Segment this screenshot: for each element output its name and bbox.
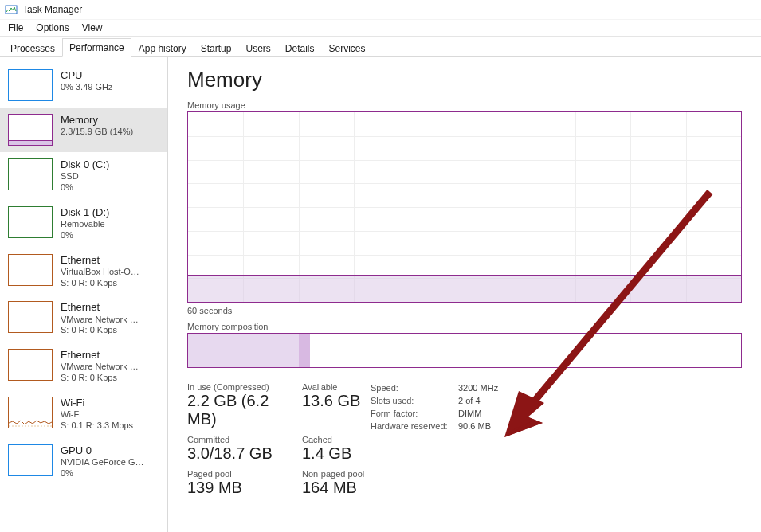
net-mini-chart bbox=[8, 349, 53, 381]
stat-label: Non-paged pool bbox=[302, 469, 364, 479]
memory-mini-chart bbox=[8, 114, 53, 146]
sidebar-sub: 0% bbox=[61, 468, 144, 479]
stat-value: 164 MB bbox=[302, 479, 364, 497]
tab-users[interactable]: Users bbox=[238, 39, 277, 57]
sidebar-item-cpu[interactable]: CPU 0% 3.49 GHz bbox=[0, 63, 167, 108]
stats-area: In use (Compressed) 2.2 GB (6.2 MB) Avai… bbox=[187, 382, 742, 503]
kv-key: Form factor: bbox=[371, 408, 458, 421]
composition-label: Memory composition bbox=[187, 322, 742, 331]
tab-processes[interactable]: Processes bbox=[3, 39, 62, 57]
app-title: Task Manager bbox=[22, 4, 82, 15]
sidebar-item-ethernet-0[interactable]: Ethernet VirtualBox Host-O… S: 0 R: 0 Kb… bbox=[0, 248, 167, 295]
disk-mini-chart bbox=[8, 158, 53, 190]
wifi-mini-chart bbox=[8, 397, 53, 428]
net-mini-chart bbox=[8, 301, 53, 333]
sidebar-sub: Removable bbox=[61, 219, 109, 230]
stat-label: Committed bbox=[187, 435, 283, 444]
stat-value: 3.0/18.7 GB bbox=[187, 444, 283, 463]
sidebar-item-wifi[interactable]: Wi-Fi Wi-Fi S: 0.1 R: 3.3 Mbps bbox=[0, 390, 167, 438]
cpu-mini-chart bbox=[8, 69, 53, 101]
stat-label: Paged pool bbox=[187, 469, 283, 479]
detail-panel: Memory Memory usage 60 seconds Memory co… bbox=[168, 57, 761, 532]
menu-options[interactable]: Options bbox=[29, 21, 75, 35]
tab-startup[interactable]: Startup bbox=[194, 39, 239, 57]
tab-app-history[interactable]: App history bbox=[131, 39, 194, 57]
tab-performance[interactable]: Performance bbox=[62, 38, 131, 57]
sidebar-label: Ethernet bbox=[61, 254, 139, 267]
stat-value: 139 MB bbox=[187, 479, 283, 497]
sidebar-item-memory[interactable]: Memory 2.3/15.9 GB (14%) bbox=[0, 108, 167, 152]
stat-label: Available bbox=[302, 382, 360, 392]
kv-val-hw: 90.6 MB bbox=[458, 421, 491, 433]
stat-value: 1.4 GB bbox=[302, 444, 351, 463]
sidebar-sub: VMware Network … bbox=[61, 315, 139, 326]
sidebar-item-disk1[interactable]: Disk 1 (D:) Removable 0% bbox=[0, 200, 167, 248]
kv-key: Speed: bbox=[371, 382, 458, 395]
menu-view[interactable]: View bbox=[76, 21, 109, 35]
usage-chart-label: Memory usage bbox=[187, 100, 742, 110]
sidebar-sub: Wi-Fi bbox=[61, 409, 133, 421]
menu-file[interactable]: File bbox=[2, 21, 29, 35]
sidebar-label: Ethernet bbox=[61, 301, 139, 314]
memory-composition-chart[interactable] bbox=[187, 333, 742, 368]
sidebar-label: CPU bbox=[61, 69, 112, 82]
sidebar-label: Ethernet bbox=[61, 349, 139, 362]
net-mini-chart bbox=[8, 254, 53, 286]
sidebar-sub: VirtualBox Host-O… bbox=[61, 267, 139, 278]
x-axis-label: 60 seconds bbox=[187, 306, 742, 315]
sidebar-sub: S: 0 R: 0 Kbps bbox=[61, 278, 139, 289]
sidebar-sub: 0% bbox=[61, 230, 109, 241]
app-icon bbox=[5, 3, 18, 16]
kv-val-slots: 2 of 4 bbox=[458, 395, 481, 408]
main-area: CPU 0% 3.49 GHz Memory 2.3/15.9 GB (14%)… bbox=[0, 57, 761, 532]
sidebar-sub: SSD bbox=[61, 171, 109, 182]
sidebar: CPU 0% 3.49 GHz Memory 2.3/15.9 GB (14%)… bbox=[0, 57, 168, 532]
sidebar-item-ethernet-2[interactable]: Ethernet VMware Network … S: 0 R: 0 Kbps bbox=[0, 342, 167, 390]
stat-value: 2.2 GB (6.2 MB) bbox=[187, 392, 283, 428]
stat-value: 13.6 GB bbox=[302, 392, 360, 410]
sidebar-sub: 0% bbox=[61, 182, 109, 194]
kv-key: Slots used: bbox=[371, 395, 458, 408]
gpu-mini-chart bbox=[8, 444, 53, 476]
sidebar-item-gpu[interactable]: GPU 0 NVIDIA GeForce G… 0% bbox=[0, 438, 167, 486]
sidebar-sub: S: 0 R: 0 Kbps bbox=[61, 373, 139, 384]
tab-details[interactable]: Details bbox=[278, 39, 322, 57]
stat-label: Cached bbox=[302, 435, 351, 444]
sidebar-label: GPU 0 bbox=[61, 444, 144, 457]
sidebar-sub: NVIDIA GeForce G… bbox=[61, 457, 144, 468]
tab-strip: Processes Performance App history Startu… bbox=[0, 37, 761, 57]
sidebar-sub: S: 0.1 R: 3.3 Mbps bbox=[61, 421, 133, 432]
sidebar-label: Disk 0 (C:) bbox=[61, 158, 109, 171]
kv-val-form: DIMM bbox=[458, 408, 481, 421]
tab-services[interactable]: Services bbox=[322, 39, 373, 57]
stat-label: In use (Compressed) bbox=[187, 382, 283, 392]
disk-mini-chart bbox=[8, 206, 53, 238]
sidebar-sub: 2.3/15.9 GB (14%) bbox=[61, 127, 133, 138]
sidebar-label: Wi-Fi bbox=[61, 397, 133, 409]
sidebar-item-ethernet-1[interactable]: Ethernet VMware Network … S: 0 R: 0 Kbps bbox=[0, 295, 167, 342]
sidebar-item-disk0[interactable]: Disk 0 (C:) SSD 0% bbox=[0, 152, 167, 200]
sidebar-label: Disk 1 (D:) bbox=[61, 206, 109, 219]
sidebar-sub: VMware Network … bbox=[61, 362, 139, 373]
sidebar-sub: S: 0 R: 0 Kbps bbox=[61, 325, 139, 336]
menu-bar: File Options View bbox=[0, 20, 761, 37]
sidebar-label: Memory bbox=[61, 114, 133, 127]
sidebar-sub: 0% 3.49 GHz bbox=[61, 82, 112, 93]
kv-val-speed: 3200 MHz bbox=[458, 382, 498, 395]
kv-key: Hardware reserved: bbox=[371, 421, 458, 433]
memory-usage-chart[interactable] bbox=[187, 111, 742, 303]
panel-title: Memory bbox=[187, 68, 742, 92]
title-bar: Task Manager bbox=[0, 0, 761, 20]
